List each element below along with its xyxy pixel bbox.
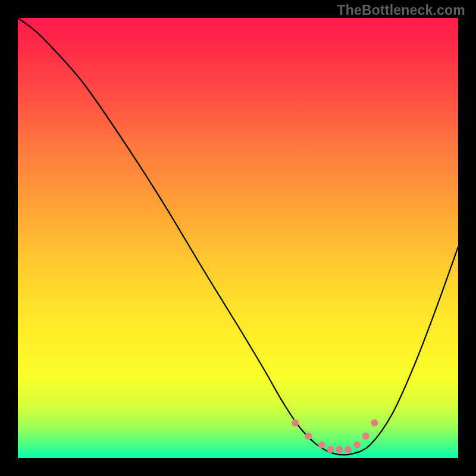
watermark-text: TheBottleneck.com xyxy=(337,2,465,18)
plot-area xyxy=(18,18,458,458)
valley-marker-dot xyxy=(362,433,369,440)
valley-markers-group xyxy=(292,419,378,453)
valley-marker-dot xyxy=(292,419,299,427)
valley-marker-dot xyxy=(327,446,334,453)
valley-marker-dot xyxy=(345,446,352,453)
valley-marker-dot xyxy=(353,441,361,449)
valley-marker-dot xyxy=(371,419,378,427)
valley-marker-dot xyxy=(318,441,325,449)
valley-marker-dot xyxy=(336,446,343,453)
valley-marker-dot xyxy=(305,433,312,440)
bottleneck-curve-line xyxy=(18,18,458,455)
chart-stage: TheBottleneck.com xyxy=(0,0,476,476)
curve-layer xyxy=(18,18,458,458)
